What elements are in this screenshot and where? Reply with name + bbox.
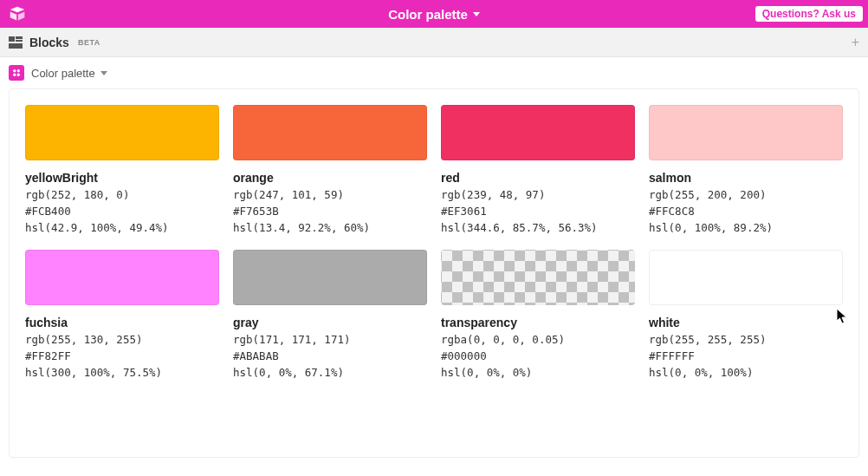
svg-marker-0 bbox=[10, 7, 25, 13]
top-bar: Color palette Questions? Ask us bbox=[0, 0, 868, 28]
swatch-color[interactable] bbox=[233, 250, 427, 305]
swatch-rgb: rgb(239, 48, 97) bbox=[441, 188, 635, 201]
swatch-color[interactable] bbox=[25, 105, 219, 160]
swatch-hsl: hsl(300, 100%, 75.5%) bbox=[25, 366, 219, 379]
blocks-icon bbox=[9, 36, 23, 49]
ask-us-button[interactable]: Questions? Ask us bbox=[755, 6, 863, 22]
blocks-label: Blocks bbox=[29, 36, 69, 49]
svg-rect-6 bbox=[9, 43, 23, 49]
svg-marker-1 bbox=[10, 12, 17, 21]
base-title: Color palette bbox=[388, 7, 468, 22]
svg-point-8 bbox=[17, 69, 20, 72]
swatch-color[interactable] bbox=[441, 250, 635, 305]
block-name: Color palette bbox=[31, 67, 95, 80]
swatch-hsl: hsl(0, 0%, 0%) bbox=[441, 366, 635, 379]
swatch-hex: #FFC8C8 bbox=[649, 205, 843, 218]
swatch-color[interactable] bbox=[441, 105, 635, 160]
swatch-card: whitergb(255, 255, 255)#FFFFFFhsl(0, 0%,… bbox=[649, 250, 843, 379]
swatch-rgb: rgba(0, 0, 0, 0.05) bbox=[441, 333, 635, 346]
base-title-dropdown[interactable]: Color palette bbox=[388, 7, 480, 22]
block-canvas: yellowBrightrgb(252, 180, 0)#FCB400hsl(4… bbox=[9, 88, 859, 458]
svg-point-10 bbox=[17, 74, 20, 76]
swatch-name: red bbox=[441, 171, 635, 185]
svg-point-7 bbox=[13, 69, 16, 72]
swatch-card: yellowBrightrgb(252, 180, 0)#FCB400hsl(4… bbox=[25, 105, 219, 234]
caret-down-icon bbox=[473, 12, 480, 16]
swatch-card: transparencyrgba(0, 0, 0, 0.05)#000000hs… bbox=[441, 250, 635, 379]
block-name-dropdown[interactable]: Color palette bbox=[31, 67, 107, 80]
swatch-hex: #EF3061 bbox=[441, 205, 635, 218]
swatch-rgb: rgb(255, 200, 200) bbox=[649, 188, 843, 201]
svg-rect-4 bbox=[16, 36, 23, 39]
add-block-button[interactable]: + bbox=[852, 36, 859, 49]
swatch-hsl: hsl(0, 0%, 67.1%) bbox=[233, 366, 427, 379]
svg-point-9 bbox=[13, 74, 16, 76]
block-app-icon[interactable] bbox=[9, 65, 24, 81]
breadcrumb: Color palette bbox=[0, 57, 868, 88]
swatch-name: transparency bbox=[441, 316, 635, 329]
swatch-name: salmon bbox=[649, 171, 843, 185]
swatch-card: orangergb(247, 101, 59)#F7653Bhsl(13.4, … bbox=[233, 105, 427, 234]
svg-rect-3 bbox=[9, 36, 15, 42]
swatch-rgb: rgb(255, 130, 255) bbox=[25, 333, 219, 346]
swatch-color[interactable] bbox=[649, 250, 843, 305]
swatch-rgb: rgb(247, 101, 59) bbox=[233, 188, 427, 201]
swatch-rgb: rgb(255, 255, 255) bbox=[649, 333, 843, 346]
svg-marker-2 bbox=[18, 12, 25, 21]
swatch-color[interactable] bbox=[233, 105, 427, 160]
blocks-bar: Blocks BETA + bbox=[0, 28, 868, 57]
swatch-hsl: hsl(344.6, 85.7%, 56.3%) bbox=[441, 221, 635, 234]
swatch-name: orange bbox=[233, 171, 427, 185]
swatch-name: fuchsia bbox=[25, 316, 219, 329]
caret-down-icon bbox=[100, 71, 107, 75]
swatch-card: salmonrgb(255, 200, 200)#FFC8C8hsl(0, 10… bbox=[649, 105, 843, 234]
swatch-hex: #FF82FF bbox=[25, 349, 219, 362]
swatch-name: yellowBright bbox=[25, 171, 219, 185]
swatch-hex: #F7653B bbox=[233, 205, 427, 218]
swatch-name: white bbox=[649, 316, 843, 329]
swatch-hsl: hsl(0, 100%, 89.2%) bbox=[649, 221, 843, 234]
swatch-card: redrgb(239, 48, 97)#EF3061hsl(344.6, 85.… bbox=[441, 105, 635, 234]
swatch-hex: #ABABAB bbox=[233, 349, 427, 362]
swatch-name: gray bbox=[233, 316, 427, 329]
swatch-hex: #FFFFFF bbox=[649, 349, 843, 362]
swatch-color[interactable] bbox=[25, 250, 219, 305]
swatch-grid: yellowBrightrgb(252, 180, 0)#FCB400hsl(4… bbox=[25, 105, 843, 379]
swatch-card: grayrgb(171, 171, 171)#ABABABhsl(0, 0%, … bbox=[233, 250, 427, 379]
app-logo-icon[interactable] bbox=[9, 5, 26, 23]
swatch-hsl: hsl(0, 0%, 100%) bbox=[649, 366, 843, 379]
swatch-hsl: hsl(42.9, 100%, 49.4%) bbox=[25, 221, 219, 234]
swatch-hsl: hsl(13.4, 92.2%, 60%) bbox=[233, 221, 427, 234]
swatch-card: fuchsiargb(255, 130, 255)#FF82FFhsl(300,… bbox=[25, 250, 219, 379]
swatch-hex: #000000 bbox=[441, 349, 635, 362]
svg-rect-5 bbox=[16, 40, 23, 42]
swatch-rgb: rgb(171, 171, 171) bbox=[233, 333, 427, 346]
swatch-hex: #FCB400 bbox=[25, 205, 219, 218]
swatch-color[interactable] bbox=[649, 105, 843, 160]
beta-badge: BETA bbox=[78, 38, 100, 47]
swatch-rgb: rgb(252, 180, 0) bbox=[25, 188, 219, 201]
